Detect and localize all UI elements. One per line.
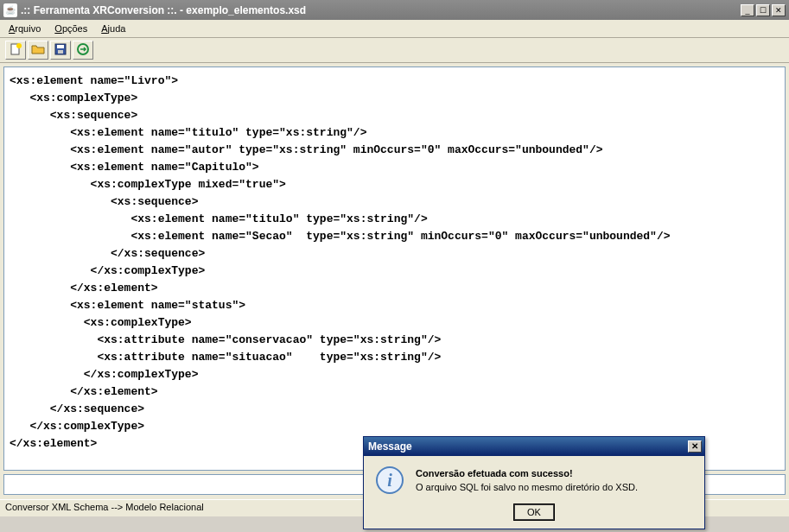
save-file-icon bbox=[54, 42, 67, 59]
code-editor[interactable]: <xs:element name="Livro"> <xs:complexTyp… bbox=[3, 66, 786, 471]
svg-rect-4 bbox=[58, 50, 63, 54]
svg-rect-3 bbox=[57, 45, 64, 48]
dialog-titlebar[interactable]: Message ✕ bbox=[364, 437, 704, 456]
close-button[interactable]: ✕ bbox=[772, 4, 786, 16]
toolbar bbox=[0, 38, 789, 63]
svg-point-1 bbox=[16, 43, 22, 48]
java-icon: ☕ bbox=[3, 3, 17, 17]
window-titlebar: ☕ .:: Ferramenta XRConversion ::. - exem… bbox=[0, 0, 789, 20]
info-icon: i bbox=[376, 466, 404, 494]
menubar: Arquivo Opções Ajuda bbox=[0, 20, 789, 38]
status-text: Conversor XML Schema --> Modelo Relacion… bbox=[5, 502, 204, 512]
convert-icon bbox=[76, 42, 90, 59]
window-controls: _ ☐ ✕ bbox=[741, 4, 786, 16]
menu-ajuda[interactable]: Ajuda bbox=[96, 22, 130, 35]
ok-button[interactable]: OK bbox=[514, 504, 554, 520]
content-area: <xs:element name="Livro"> <xs:complexTyp… bbox=[0, 63, 789, 499]
open-file-button[interactable] bbox=[28, 41, 48, 60]
window-title: .:: Ferramenta XRConversion ::. - exempl… bbox=[21, 4, 741, 16]
save-file-button[interactable] bbox=[50, 41, 71, 60]
message-dialog: Message ✕ i Conversão efetuada com suces… bbox=[363, 436, 705, 529]
dialog-footer: OK bbox=[364, 501, 704, 529]
dialog-line1: Conversão efetuada com sucesso! bbox=[416, 466, 638, 480]
menu-opcoes[interactable]: Opções bbox=[49, 22, 92, 35]
minimize-button[interactable]: _ bbox=[741, 4, 754, 16]
dialog-line2: O arquivo SQL foi salvo no mesmo diretór… bbox=[416, 480, 638, 494]
menu-arquivo[interactable]: Arquivo bbox=[3, 22, 46, 35]
new-file-button[interactable] bbox=[5, 41, 26, 60]
new-file-icon bbox=[9, 42, 22, 59]
dialog-body: i Conversão efetuada com sucesso! O arqu… bbox=[364, 456, 704, 501]
convert-button[interactable] bbox=[73, 41, 93, 60]
maximize-button[interactable]: ☐ bbox=[756, 4, 770, 16]
dialog-message: Conversão efetuada com sucesso! O arquiv… bbox=[416, 466, 638, 494]
dialog-title: Message bbox=[366, 440, 688, 453]
open-file-icon bbox=[31, 42, 45, 59]
dialog-close-button[interactable]: ✕ bbox=[688, 440, 702, 453]
